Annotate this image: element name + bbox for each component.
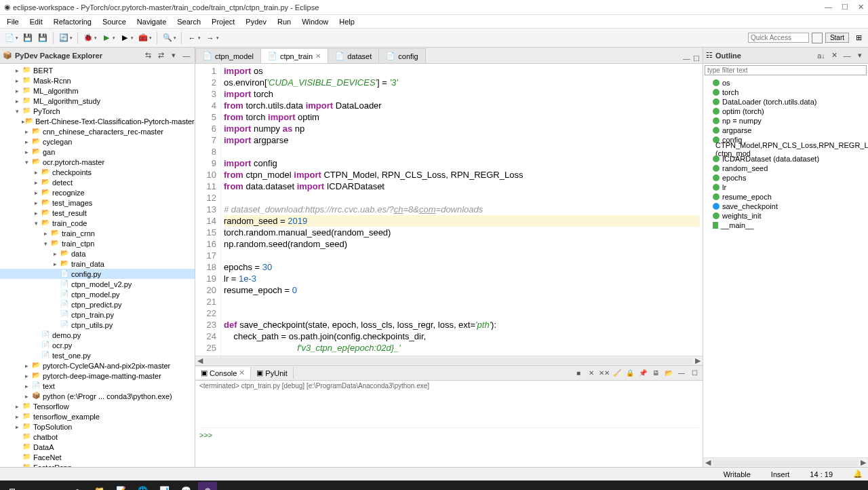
console-display-button[interactable]: 🖥 <box>650 368 661 379</box>
outline-item[interactable]: save_checkpoint <box>703 202 868 211</box>
code-line[interactable]: from torch.utils.data import DataLoader <box>224 100 700 111</box>
nav-back-button[interactable]: ← <box>185 31 199 45</box>
outline-filter-input[interactable] <box>705 65 867 75</box>
editor-tab-dataset[interactable]: 📄dataset <box>328 48 379 63</box>
cortana-button[interactable]: ○ <box>24 482 43 490</box>
code-line[interactable] <box>224 250 700 261</box>
run-last-button[interactable]: ▶ <box>118 31 132 45</box>
code-line[interactable]: check_path = os.path.join(config.checkpo… <box>224 331 700 342</box>
tree-item[interactable]: ▸📦python (e:\Progr ... conda3\python.exe… <box>0 391 195 401</box>
code-line[interactable]: random_seed = 2019 <box>224 215 700 227</box>
console-remove-all-button[interactable]: ✕✕ <box>599 368 610 379</box>
menu-source[interactable]: Source <box>98 16 130 27</box>
taskbar-app-eclipse[interactable]: ◉ <box>198 482 217 490</box>
tree-item[interactable]: 📁DataA <box>0 442 195 452</box>
code-line[interactable] <box>224 307 700 319</box>
tree-item[interactable]: ▸📂recognize <box>0 187 195 197</box>
tree-item[interactable]: 📄ocr.py <box>0 340 195 350</box>
menu-help[interactable]: Help <box>335 16 359 27</box>
expander-icon[interactable]: ▸ <box>50 250 60 257</box>
editor-max-button[interactable]: ☐ <box>693 54 700 63</box>
editor-hscrollbar[interactable]: ◀ ▶ <box>195 356 703 365</box>
run-button[interactable]: ▶ <box>100 31 113 45</box>
tree-item[interactable]: ▸📂cyclegan <box>0 136 195 147</box>
console-min-button[interactable]: — <box>676 368 687 379</box>
taskbar-app-3[interactable]: 📝 <box>111 482 130 490</box>
tree-item[interactable]: 📄ctpn_predict.py <box>0 299 195 309</box>
tree-item[interactable]: ▾📂ocr.pytorch-master <box>0 157 195 167</box>
console-scroll-lock-button[interactable]: 🔒 <box>625 368 635 379</box>
start-button[interactable]: Start <box>825 33 849 43</box>
taskbar-app-6[interactable]: 💬 <box>176 482 195 490</box>
task-view-button[interactable]: ▭ <box>46 482 65 490</box>
code-line[interactable]: # dataset_download:https://rrc.cvc.uab.e… <box>224 204 700 215</box>
code-line[interactable]: from ctpn_model import CTPN_Model, RPN_C… <box>224 169 700 181</box>
tree-item[interactable]: ▸📂gan <box>0 147 195 157</box>
outline-item[interactable]: torch <box>703 88 868 97</box>
tree-item[interactable]: 📄ctpn_train.py <box>0 309 195 320</box>
expander-icon[interactable]: ▸ <box>12 403 22 410</box>
taskbar-app-4[interactable]: 🌐 <box>133 482 152 490</box>
tree-item[interactable]: ▸📁ML_algorithm_study <box>0 96 195 106</box>
tree-item[interactable]: ▾📂train_code <box>0 218 195 228</box>
expander-icon[interactable]: ▸ <box>12 88 22 94</box>
outline-item[interactable]: weights_init <box>703 211 868 221</box>
outline-menu-button[interactable]: ▾ <box>854 50 865 61</box>
expander-icon[interactable]: ▸ <box>22 373 31 379</box>
console-pin-button[interactable]: 📌 <box>637 368 648 379</box>
outline-item[interactable]: DataLoader (torch.utils.data) <box>703 97 868 107</box>
expander-icon[interactable]: ▸ <box>22 128 31 135</box>
expander-icon[interactable]: ▸ <box>12 98 22 105</box>
tree-item[interactable]: 📄config.py <box>0 269 195 279</box>
tree-item[interactable]: ▸📁tensorflow_example <box>0 411 195 421</box>
minimize-view-button[interactable]: — <box>181 50 192 61</box>
tree-item[interactable]: 📁FaceNet <box>0 452 195 462</box>
tree-item[interactable]: ▸📁Tensorflow <box>0 401 195 411</box>
outline-hscrollbar[interactable]: ◀▶ <box>703 457 868 467</box>
expander-icon[interactable]: ▸ <box>22 149 31 155</box>
quick-access-input[interactable] <box>748 33 809 43</box>
menu-window[interactable]: Window <box>298 16 332 27</box>
code-line[interactable]: from torch import optim <box>224 111 700 123</box>
outline-item[interactable]: optim (torch) <box>703 107 868 116</box>
expander-icon[interactable]: ▸ <box>22 362 31 369</box>
tree-item[interactable]: ▸📂data <box>0 248 195 259</box>
expander-icon[interactable]: ▸ <box>22 383 31 390</box>
code-line[interactable]: np.random.seed(random_seed) <box>224 238 700 250</box>
expander-icon[interactable]: ▾ <box>31 220 41 227</box>
outline-item[interactable]: random_seed <box>703 164 868 173</box>
tree-item[interactable]: 📄ctpn_model_v2.py <box>0 279 195 289</box>
outline-item[interactable]: __main__ <box>703 221 868 230</box>
scroll-right-icon[interactable]: ▶ <box>693 356 703 365</box>
expander-icon[interactable]: ▸ <box>22 138 31 145</box>
code-line[interactable]: f'v3_ctpn_ep{epoch:02d}_' <box>224 342 700 354</box>
code-line[interactable] <box>224 296 700 307</box>
expander-icon[interactable]: ▸ <box>31 210 41 216</box>
outline-item[interactable]: os <box>703 78 868 88</box>
save-button[interactable]: 💾 <box>21 31 35 45</box>
outline-item[interactable]: resume_epoch <box>703 192 868 202</box>
tree-item[interactable]: ▸📂test_result <box>0 208 195 218</box>
expander-icon[interactable]: ▸ <box>12 423 22 430</box>
collapse-all-button[interactable]: ⇆ <box>142 50 153 61</box>
console-clear-button[interactable]: 🧹 <box>612 368 623 379</box>
menu-file[interactable]: File <box>3 16 23 27</box>
expander-icon[interactable]: ▸ <box>12 67 22 74</box>
cycle-button[interactable]: 🔄 <box>57 31 71 45</box>
code-line[interactable]: os.environ['CUDA_VISIBLE_DEVICES'] = '3' <box>224 77 700 88</box>
console-tab-pyunit[interactable]: ▣PyUnit <box>251 367 293 379</box>
code-line[interactable]: import argparse <box>224 134 700 146</box>
link-editor-button[interactable]: ⇄ <box>155 50 166 61</box>
expander-icon[interactable]: ▸ <box>31 169 41 176</box>
tree-item[interactable]: 📄ctpn_utils.py <box>0 320 195 330</box>
tree-item[interactable]: ▸📂Bert-Chinese-Text-Classification-Pytor… <box>0 116 195 126</box>
tree-item[interactable]: 📁chatbot <box>0 432 195 442</box>
outline-item[interactable]: CTPN_Model,RPN_CLS_Loss,RPN_REGR_Loss (c… <box>703 145 868 154</box>
code-line[interactable] <box>224 146 700 157</box>
editor-tab-ctpn_train[interactable]: 📄ctpn_train✕ <box>260 48 328 63</box>
menu-search[interactable]: Search <box>173 16 205 27</box>
tree-item[interactable]: ▸📂detect <box>0 177 195 187</box>
menu-navigate[interactable]: Navigate <box>133 16 170 27</box>
package-tree[interactable]: ▸📁BERT▸📁Mask-Rcnn▸📁ML_algorithm▸📁ML_algo… <box>0 64 195 467</box>
tree-item[interactable]: ▸📂pytorch-deep-image-matting-master <box>0 371 195 381</box>
